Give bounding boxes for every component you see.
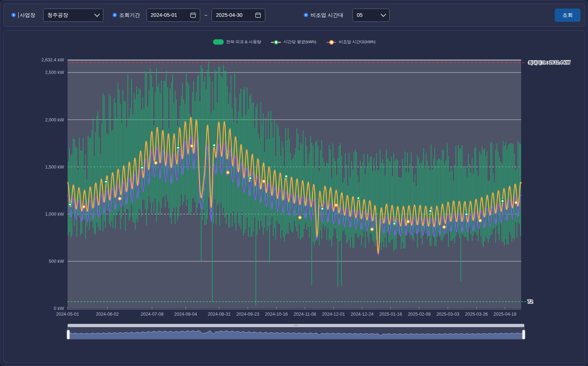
start-date-input[interactable]: 2024-05-01: [147, 9, 200, 22]
legend-label: 비조업 시간대(kWh): [339, 39, 376, 45]
x-axis-label: 2025-04-18: [494, 312, 517, 317]
search-button[interactable]: 조회: [555, 9, 580, 22]
chevron-down-icon: [381, 11, 386, 17]
legend-item-peak-usage[interactable]: 전력 피크 & 사용량: [213, 39, 261, 45]
bullet-icon: [11, 13, 16, 17]
navigator-handle-right[interactable]: [522, 330, 525, 339]
legend-item-hourly-average[interactable]: 시간당 평균(kWh): [271, 39, 316, 45]
legend-line-marker: [326, 40, 336, 45]
end-date-input[interactable]: 2025-04-30: [212, 9, 265, 22]
y-axis-label: 0 kW: [54, 306, 64, 311]
offhours-select[interactable]: 05: [352, 9, 390, 22]
x-axis-label: 2024-11-08: [294, 312, 316, 317]
legend-marker-icon: [329, 40, 334, 45]
bullet-icon: [304, 13, 308, 17]
x-axis-label: 2024-05-01: [56, 312, 79, 317]
plant-select[interactable]: 청주공장: [43, 9, 103, 22]
plant-label: 사업장: [20, 12, 35, 19]
x-axis-label: 2024-08-04: [174, 312, 197, 317]
x-axis-label: 2024-10-16: [265, 312, 288, 317]
legend-label: 시간당 평균(kWh): [283, 39, 316, 45]
max-peak-label: 최대피크 : 2632.4 kW: [528, 60, 570, 65]
start-date-value: 2024-05-01: [151, 12, 177, 18]
legend-line-marker: [271, 40, 281, 45]
field-offhours: 비조업 시간대: [304, 12, 343, 19]
navigator-handle-left[interactable]: [67, 330, 70, 339]
offhours-select-value: 05: [357, 12, 362, 18]
text-cursor: [18, 12, 19, 18]
plant-select-value: 청주공장: [48, 12, 68, 19]
x-axis-label: 2024-12-01: [322, 312, 345, 317]
x-axis-label: 2025-03-03: [436, 312, 459, 317]
y-axis-label: 1,500 kW: [45, 165, 64, 170]
x-axis-label: 2025-01-16: [379, 312, 402, 317]
period-label: 조회기간: [119, 12, 140, 19]
calendar-icon[interactable]: [255, 12, 261, 18]
legend-marker-icon: [274, 40, 278, 45]
x-axis-label: 2025-02-08: [408, 312, 431, 317]
y-axis-label: 2,500 kW: [45, 70, 64, 75]
filter-toolbar: 사업장 청주공장 조회기간 2024-05-01 ~ 2025-04-30: [3, 3, 585, 27]
offhours-label: 비조업 시간대: [311, 12, 343, 19]
calendar-icon[interactable]: [190, 12, 196, 18]
field-period: 조회기간: [113, 12, 140, 19]
y-axis-labels: 0 kW500 kW1,000 kW1,500 kW2,000 kW2,500 …: [41, 57, 64, 311]
chevron-down-icon: [94, 11, 100, 17]
threshold-label: 72: [528, 299, 533, 304]
end-date-value: 2025-04-30: [216, 12, 242, 18]
y-axis-label: 2,000 kW: [45, 117, 64, 122]
x-axis-label: 2024-08-31: [208, 312, 231, 317]
legend-item-offhours[interactable]: 비조업 시간대(kWh): [326, 39, 376, 45]
legend-bar-swatch: [213, 39, 224, 45]
chart-legend: 전력 피크 & 사용량 시간당 평균(kWh) 비조업 시간대(kWh): [4, 39, 585, 45]
x-axis-labels: 2024-05-012024-06-022024-07-082024-08-04…: [56, 307, 517, 317]
field-plant: 사업장: [11, 12, 35, 19]
chart-card: 전력 피크 & 사용량 시간당 평균(kWh) 비조업 시간대(kWh) 0 k…: [3, 30, 585, 363]
x-axis-label: 2024-06-02: [96, 312, 119, 317]
legend-label: 전력 피크 & 사용량: [226, 39, 261, 45]
x-axis-label: 2025-03-26: [465, 312, 488, 317]
x-axis-label: 2024-12-24: [351, 312, 374, 317]
dashboard-root: 사업장 청주공장 조회기간 2024-05-01 ~ 2025-04-30: [0, 0, 588, 366]
date-range-separator: ~: [204, 12, 208, 18]
x-axis-label: 2024-09-23: [236, 312, 259, 317]
y-axis-label: 2,632.4 kW: [41, 57, 64, 62]
power-peak-chart[interactable]: 0 kW500 kW1,000 kW1,500 kW2,000 kW2,500 …: [4, 31, 585, 363]
bullet-icon: [113, 13, 117, 17]
y-axis-label: 1,000 kW: [45, 212, 64, 217]
y-axis-label: 500 kW: [49, 259, 64, 264]
x-axis-label: 2024-07-08: [140, 312, 163, 317]
